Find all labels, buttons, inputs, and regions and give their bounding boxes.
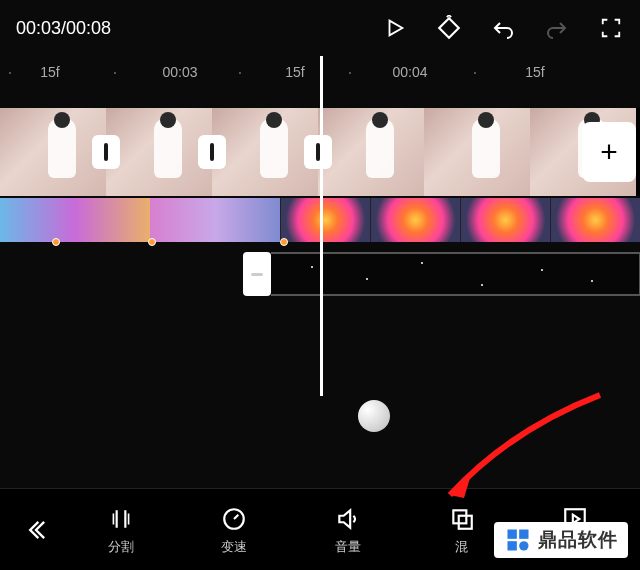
- time-display: 00:03/00:08: [16, 18, 374, 39]
- overlay-clip[interactable]: [271, 252, 640, 296]
- split-tool[interactable]: 分割: [85, 504, 157, 556]
- ruler-label: 00:03: [150, 64, 210, 80]
- watermark-icon: [504, 526, 532, 554]
- scrubber-ball[interactable]: [358, 400, 390, 432]
- fullscreen-button[interactable]: [598, 15, 624, 41]
- volume-label: 音量: [335, 538, 361, 556]
- svg-rect-4: [508, 530, 517, 539]
- video-clip[interactable]: [424, 108, 530, 196]
- volume-icon: [333, 504, 363, 534]
- blend-label: 混: [455, 538, 468, 556]
- effect-clip[interactable]: [0, 198, 150, 242]
- split-icon: [106, 504, 136, 534]
- play-button[interactable]: [382, 15, 408, 41]
- ruler-label: 00:04: [380, 64, 440, 80]
- transition-button[interactable]: [198, 135, 226, 169]
- speed-tool[interactable]: 变速: [198, 504, 270, 556]
- playhead[interactable]: [320, 56, 323, 396]
- keyframe-dot[interactable]: [52, 238, 60, 246]
- svg-rect-5: [519, 530, 528, 539]
- video-clip[interactable]: [106, 108, 212, 196]
- add-clip-button[interactable]: +: [582, 122, 636, 182]
- keyframe-dot[interactable]: [280, 238, 288, 246]
- effect-clip[interactable]: [280, 198, 370, 242]
- video-clip[interactable]: [0, 108, 106, 196]
- ruler-label: 15f: [510, 64, 560, 80]
- keyframe-button[interactable]: [436, 15, 462, 41]
- back-button[interactable]: [8, 502, 64, 558]
- blend-icon: [447, 504, 477, 534]
- keyframe-dot[interactable]: [148, 238, 156, 246]
- transition-button[interactable]: [92, 135, 120, 169]
- svg-point-7: [519, 541, 528, 550]
- volume-tool[interactable]: 音量: [312, 504, 384, 556]
- transition-button[interactable]: [304, 135, 332, 169]
- undo-button[interactable]: [490, 15, 516, 41]
- effect-clip[interactable]: [370, 198, 460, 242]
- blend-tool[interactable]: 混: [426, 504, 498, 556]
- effect-clip[interactable]: [460, 198, 550, 242]
- split-label: 分割: [108, 538, 134, 556]
- svg-rect-6: [508, 541, 517, 550]
- speed-icon: [219, 504, 249, 534]
- watermark: 鼎品软件: [494, 522, 628, 558]
- ruler-label: 15f: [20, 64, 80, 80]
- total-time: 00:08: [66, 18, 111, 38]
- speed-label: 变速: [221, 538, 247, 556]
- ruler-label: 15f: [270, 64, 320, 80]
- video-clip[interactable]: [212, 108, 318, 196]
- effect-clip[interactable]: [150, 198, 280, 242]
- redo-button[interactable]: [544, 15, 570, 41]
- video-clip[interactable]: [318, 108, 424, 196]
- current-time: 00:03: [16, 18, 61, 38]
- effect-clip[interactable]: [550, 198, 640, 242]
- overlay-handle[interactable]: [243, 252, 271, 296]
- watermark-text: 鼎品软件: [538, 527, 618, 553]
